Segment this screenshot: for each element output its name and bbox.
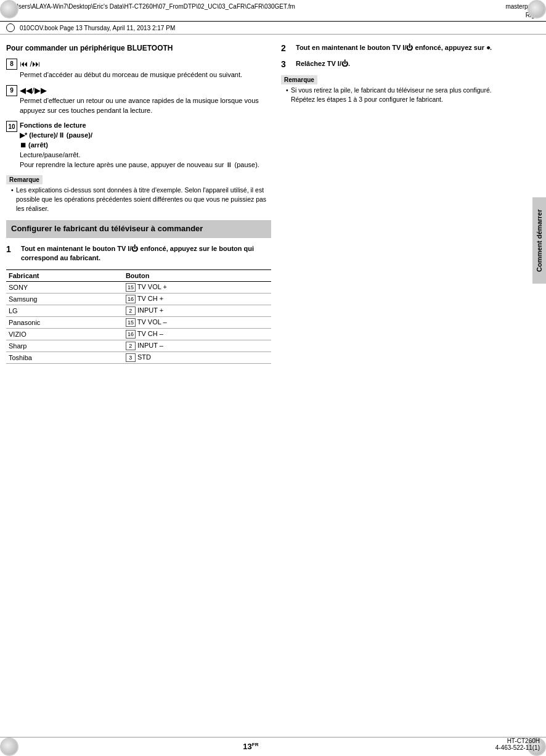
badge: 16 (126, 295, 136, 303)
manufacturer-table: Fabricant Bouton SONY 15 TV VOL + Samsun… (6, 269, 271, 364)
item-9-content: ◀◀/▶▶ Permet d'effectuer un retour ou un… (20, 85, 271, 117)
item-10-content: Fonctions de lecture ▶* (lecture)/⏸ (pau… (20, 121, 259, 170)
step-2: 2 Tout en maintenant le bouton TV I/⏻ en… (281, 43, 515, 53)
item-num-10: 10 (6, 121, 17, 132)
table-row: Panasonic 15 TV VOL – (6, 317, 271, 329)
step-1-num: 1 (6, 244, 17, 254)
footer: 13FR HT-CT260H 4-463-522-11(1) (0, 737, 546, 751)
item-8: 8 ⏮ /⏭ Permet d'accéder au début du morc… (6, 59, 271, 80)
badge: 15 (126, 318, 136, 327)
table-row: Sharp 2 INPUT – (6, 340, 271, 352)
table-cell-fab: VIZIO (6, 329, 123, 340)
remarque-2: Remarque Si vous retirez la pile, le fab… (281, 75, 515, 104)
section-banner: Configurer le fabricant du téléviseur à … (6, 220, 271, 238)
step-2-num: 2 (281, 43, 292, 53)
remarque-text-1: Les explications ci-dessus sont données … (6, 186, 271, 214)
step-3-text: Relâchez TV I/⏻. (296, 59, 350, 69)
step-3-num: 3 (281, 59, 292, 69)
item-num-9: 9 (6, 85, 17, 96)
table-row: SONY 15 TV VOL + (6, 282, 271, 294)
remarque-label-2: Remarque (281, 75, 317, 84)
page-dot (6, 23, 15, 32)
item-8-text: Permet d'accéder au début du morceau de … (20, 71, 242, 78)
badge: 2 (126, 342, 136, 350)
item-8-icon: ⏮ /⏭ (20, 59, 40, 68)
remarque-label-1: Remarque (6, 175, 43, 184)
item-10-text: Lecture/pause/arrêt. Pour reprendre la l… (20, 151, 259, 168)
table-cell-fab: Toshiba (6, 352, 123, 364)
subheader-text: 010COV.book Page 13 Thursday, April 11, … (20, 25, 175, 31)
step-2-text: Tout en maintenant le bouton TV I/⏻ enfo… (296, 43, 492, 53)
remarque-text-2: Si vous retirez la pile, le fabricant du… (281, 86, 515, 104)
step-3: 3 Relâchez TV I/⏻. (281, 59, 515, 69)
bluetooth-section-title: Pour commander un périphérique BLUETOOTH (6, 43, 271, 54)
item-9: 9 ◀◀/▶▶ Permet d'effectuer un retour ou … (6, 85, 271, 117)
corner-decoration-tr (528, 0, 546, 18)
table-cell-btn: 2 INPUT – (123, 340, 271, 352)
footer-page-number: 13FR (243, 742, 258, 751)
table-cell-fab: SONY (6, 282, 123, 294)
item-10-sub: ▶* (lecture)/⏸ (pause)/⏹ (arrêt) (20, 131, 92, 149)
item-9-icon: ◀◀/▶▶ (20, 86, 47, 95)
badge: 2 (126, 306, 136, 315)
item-10: 10 Fonctions de lecture ▶* (lecture)/⏸ (… (6, 121, 271, 170)
table-col-fab: Fabricant (6, 270, 123, 282)
table-cell-btn: 15 TV VOL + (123, 282, 271, 294)
footer-right: HT-CT260H 4-463-522-11(1) (495, 738, 540, 751)
remarque-1: Remarque Les explications ci-dessus sont… (6, 175, 271, 214)
table-cell-btn: 16 TV CH – (123, 329, 271, 340)
table-col-btn: Bouton (123, 270, 271, 282)
table-row: Toshiba 3 STD (6, 352, 271, 364)
item-8-content: ⏮ /⏭ Permet d'accéder au début du morcea… (20, 59, 242, 80)
table-cell-fab: LG (6, 305, 123, 317)
step-1: 1 Tout en maintenant le bouton TV I/⏻ en… (6, 244, 271, 264)
table-cell-btn: 3 STD (123, 352, 271, 364)
sidebar-label: Comment démarrer (532, 197, 546, 284)
table-row: Samsung 16 TV CH + (6, 294, 271, 305)
corner-decoration-tl (0, 0, 18, 18)
table-row: VIZIO 16 TV CH – (6, 329, 271, 340)
table-row: LG 2 INPUT + (6, 305, 271, 317)
item-num-8: 8 (6, 59, 17, 70)
badge: 3 (126, 353, 136, 362)
item-9-text: Permet d'effectuer un retour ou une avan… (20, 97, 259, 114)
table-cell-fab: Panasonic (6, 317, 123, 329)
left-column: Pour commander un périphérique BLUETOOTH… (6, 43, 271, 364)
file-path: C:\Users\ALAYA-Win7\Desktop\Eric's Data\… (6, 3, 295, 10)
table-cell-btn: 16 TV CH + (123, 294, 271, 305)
main-content: Pour commander un périphérique BLUETOOTH… (0, 35, 546, 370)
step-1-text: Tout en maintenant le bouton TV I/⏻ enfo… (21, 244, 271, 264)
table-cell-btn: 15 TV VOL – (123, 317, 271, 329)
table-cell-fab: Sharp (6, 340, 123, 352)
item-10-label: Fonctions de lecture (20, 121, 86, 129)
header-path: C:\Users\ALAYA-Win7\Desktop\Eric's Data\… (6, 2, 295, 11)
table-cell-fab: Samsung (6, 294, 123, 305)
badge: 16 (126, 330, 136, 339)
header: C:\Users\ALAYA-Win7\Desktop\Eric's Data\… (0, 0, 546, 22)
table-cell-btn: 2 INPUT + (123, 305, 271, 317)
badge: 15 (126, 283, 136, 292)
sub-header: 010COV.book Page 13 Thursday, April 11, … (0, 22, 546, 35)
right-column: 2 Tout en maintenant le bouton TV I/⏻ en… (281, 43, 515, 364)
